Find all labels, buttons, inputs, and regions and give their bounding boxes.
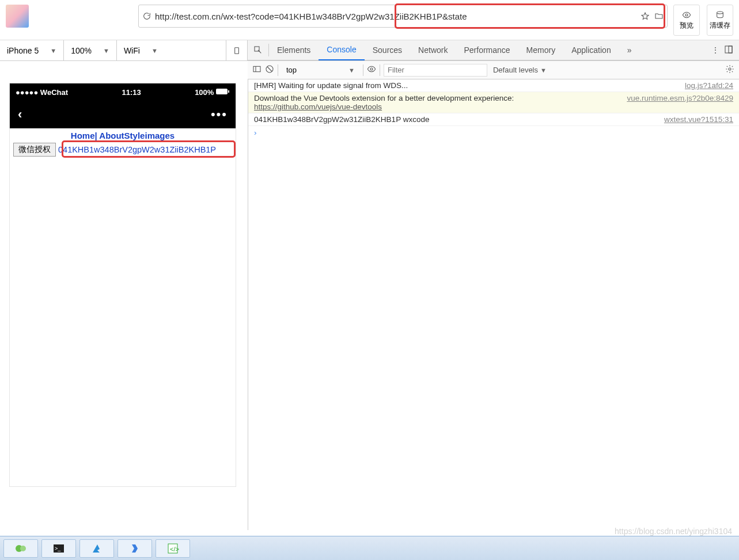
folder-icon[interactable]	[654, 12, 664, 21]
kebab-icon[interactable]: ⋮	[711, 45, 719, 55]
svg-rect-5	[729, 46, 732, 53]
filter-input[interactable]	[384, 64, 487, 77]
taskbar-item[interactable]: >_	[41, 539, 76, 558]
tab-memory[interactable]: Memory	[518, 40, 564, 60]
url-input[interactable]	[151, 12, 641, 21]
preview-button[interactable]: 预览	[673, 5, 700, 36]
tab-elements[interactable]: Elements	[269, 40, 319, 60]
taskbar-item[interactable]: </>	[156, 539, 190, 558]
taskbar-item[interactable]	[118, 539, 152, 558]
app-icon	[6, 5, 29, 28]
browser-top-bar: 预览 清缓存	[0, 0, 739, 40]
tab-performance[interactable]: Performance	[456, 40, 518, 60]
console-prompt[interactable]: ›	[248, 126, 739, 139]
inspect-icon[interactable]	[248, 40, 268, 60]
rotate-icon[interactable]	[226, 40, 247, 60]
log-row: Download the Vue Devtools extension for …	[248, 92, 739, 113]
gear-icon[interactable]	[725, 64, 734, 75]
battery-label: 100%	[195, 88, 230, 97]
svg-point-9	[729, 68, 731, 70]
console-toolbar: top▼ Default levels▼	[248, 61, 739, 79]
svg-rect-10	[216, 89, 228, 94]
phone-status-bar: ●●●●● WeChat 11:13 100%	[10, 83, 236, 101]
wx-code-value: 041KHB1w348BrV2gpW2w31ZiiB2KHB1P	[58, 145, 216, 154]
sidebar-toggle-icon[interactable]	[252, 64, 262, 75]
zoom-select[interactable]: 100%▼	[64, 40, 117, 60]
phone-nav-bar: ‹ •••	[10, 101, 236, 128]
taskbar-item[interactable]	[79, 539, 114, 558]
chevron-down-icon: ▼	[50, 47, 56, 54]
log-source-link[interactable]: log.js?1afd:24	[685, 81, 733, 90]
dock-icon[interactable]	[724, 45, 733, 56]
svg-text:</>: </>	[170, 546, 179, 553]
device-toolbar: iPhone 5▼ 100%▼ WiFi▼ Elements Console S…	[0, 40, 739, 61]
log-row: 041KHB1w348BrV2gpW2w31ZiiB2KHB1P wxcode …	[248, 113, 739, 126]
tab-sources[interactable]: Sources	[365, 40, 410, 60]
network-select[interactable]: WiFi▼	[117, 40, 226, 60]
log-message: 041KHB1w348BrV2gpW2w31ZiiB2KHB1P wxcode	[254, 115, 664, 124]
chevron-down-icon: ▼	[103, 47, 109, 54]
tab-application[interactable]: Application	[563, 40, 619, 60]
wechat-auth-button[interactable]: 微信授权	[13, 143, 56, 157]
page-nav-links[interactable]: Home| AboutStyleimages	[13, 131, 232, 140]
chevron-down-icon: ▼	[151, 47, 158, 54]
url-bar	[138, 5, 668, 28]
svg-point-0	[685, 14, 688, 16]
svg-rect-11	[228, 90, 229, 93]
windows-taskbar: >_ </>	[0, 536, 739, 560]
preview-label: 预览	[680, 21, 693, 31]
svg-point-13	[20, 546, 26, 551]
clear-console-icon[interactable]	[265, 64, 274, 75]
svg-rect-6	[253, 66, 260, 71]
eye-icon[interactable]	[367, 64, 376, 75]
back-icon[interactable]: ‹	[18, 107, 22, 122]
log-message: [HMR] Waiting for update signal from WDS…	[254, 81, 685, 90]
device-select[interactable]: iPhone 5▼	[0, 40, 64, 60]
log-message: Download the Vue Devtools extension for …	[254, 94, 627, 111]
clear-cache-label: 清缓存	[710, 21, 730, 31]
context-select[interactable]: top▼	[282, 66, 359, 74]
log-url-link[interactable]: https://github.com/vuejs/vue-devtools	[254, 102, 382, 111]
svg-point-8	[370, 68, 373, 70]
log-source-link[interactable]: vue.runtime.esm.js?2b0e:8429	[627, 94, 733, 111]
svg-rect-2	[235, 47, 239, 54]
console-output: [HMR] Waiting for update signal from WDS…	[248, 79, 739, 530]
phone-preview: ●●●●● WeChat 11:13 100% ‹ ••• Home| Abou…	[10, 83, 236, 486]
more-icon[interactable]: •••	[211, 107, 228, 122]
log-source-link[interactable]: wxtest.vue?1515:31	[664, 115, 733, 124]
time-label: 11:13	[122, 88, 141, 97]
tab-console[interactable]: Console	[319, 40, 364, 60]
clear-cache-button[interactable]: 清缓存	[707, 5, 733, 36]
svg-text:>_: >_	[55, 546, 61, 551]
star-icon[interactable]	[641, 12, 650, 21]
carrier-label: ●●●●● WeChat	[16, 88, 68, 97]
svg-point-1	[717, 12, 723, 14]
watermark-text: https://blog.csdn.net/yingzhi3104	[615, 527, 732, 536]
tabs-overflow-icon[interactable]: »	[619, 40, 640, 60]
taskbar-item[interactable]	[3, 539, 38, 558]
log-row: [HMR] Waiting for update signal from WDS…	[248, 79, 739, 92]
tab-network[interactable]: Network	[410, 40, 456, 60]
devtools-tabs: Elements Console Sources Network Perform…	[248, 40, 739, 60]
levels-select[interactable]: Default levels▼	[493, 66, 547, 74]
reload-icon[interactable]	[142, 12, 151, 21]
